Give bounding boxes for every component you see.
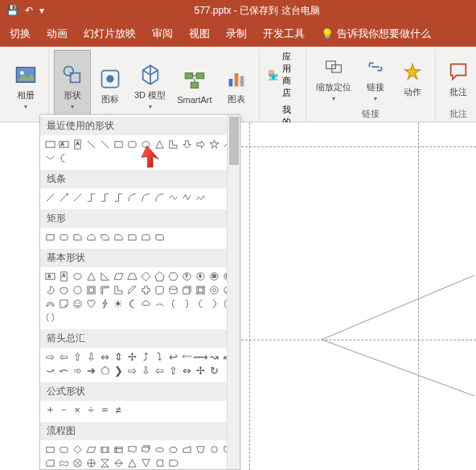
shape-arrow-la-callout[interactable]: ⇦: [153, 364, 166, 377]
album-button[interactable]: 相册 ▾: [8, 50, 43, 122]
shape-multiply[interactable]: ×: [71, 403, 84, 416]
shape-arrow-ra-callout[interactable]: ⇨: [125, 364, 138, 377]
shape-bracket-r[interactable]: [180, 297, 193, 310]
shape-snip-diag[interactable]: [98, 230, 111, 243]
shape-braces[interactable]: [43, 311, 56, 324]
shape-triangle[interactable]: [84, 270, 97, 282]
shape-divide[interactable]: ÷: [84, 403, 97, 416]
shape-freeform[interactable]: [166, 191, 179, 204]
comment-button[interactable]: 批注: [441, 50, 476, 106]
shape-arc[interactable]: [153, 297, 166, 310]
shape-collate[interactable]: [98, 456, 111, 469]
shape-elbow-arrow[interactable]: [98, 191, 111, 204]
shape-textbox[interactable]: A: [57, 138, 70, 150]
shape-arrow-right[interactable]: [194, 138, 207, 150]
shape-arrow-curved-u[interactable]: ⤻: [43, 364, 56, 377]
shape-donut[interactable]: [207, 283, 220, 296]
shape-line-double-arrow[interactable]: [71, 191, 84, 204]
shape-sort[interactable]: [112, 456, 125, 469]
shape-arrow-curved-r[interactable]: ↝: [207, 350, 220, 363]
shape-arrow-circular[interactable]: ↻: [207, 364, 220, 377]
shape-arrow-ua-callout[interactable]: ⇧: [166, 364, 179, 377]
shape-extract[interactable]: [125, 456, 138, 469]
shape-hexagon[interactable]: [166, 270, 179, 282]
shape-arrow-notch[interactable]: ➔: [84, 364, 97, 377]
shape-round-2[interactable]: [139, 230, 152, 243]
shape-l[interactable]: [166, 138, 179, 150]
tab-record[interactable]: 录制: [226, 27, 247, 41]
shape-octagon[interactable]: 8: [194, 270, 207, 282]
shape-cube[interactable]: [180, 283, 193, 296]
shape-line[interactable]: [43, 191, 56, 204]
shape-stored[interactable]: [153, 456, 166, 469]
tab-view[interactable]: 视图: [189, 27, 210, 41]
shape-data[interactable]: [84, 443, 97, 456]
shape-summing[interactable]: [71, 456, 84, 469]
shape-line-arrow[interactable]: [57, 191, 70, 204]
tab-developer[interactable]: 开发工具: [263, 27, 305, 41]
shape-snip-1[interactable]: [71, 230, 84, 243]
shape-snip-round[interactable]: [112, 230, 125, 243]
shape-arrow-da-callout[interactable]: ⇩: [139, 364, 152, 377]
shape-line2[interactable]: [98, 138, 111, 150]
shape-curve2[interactable]: [43, 151, 56, 164]
shape-equal[interactable]: ＝: [98, 403, 111, 416]
shape-line[interactable]: [84, 138, 97, 150]
shape-half-frame[interactable]: [98, 283, 111, 296]
shape-frame[interactable]: [84, 283, 97, 296]
action-button[interactable]: 动作: [395, 50, 430, 106]
shape-moon[interactable]: [125, 297, 138, 310]
shape-arrow-quad[interactable]: ✢: [125, 350, 138, 363]
shape-rectangle[interactable]: [43, 138, 56, 150]
shape-arrow-curved-d[interactable]: ⤺: [57, 364, 70, 377]
shape-right-triangle[interactable]: [98, 270, 111, 282]
shape-arrow-down[interactable]: ⇩: [84, 350, 97, 363]
shape-bevel[interactable]: [194, 283, 207, 296]
shape-arrow-lr[interactable]: ⇔: [98, 350, 111, 363]
shape-arrow-left[interactable]: ⇦: [57, 350, 70, 363]
shape-card[interactable]: [43, 456, 56, 469]
shape-plaque[interactable]: [153, 283, 166, 296]
shape-brace[interactable]: [57, 151, 70, 164]
shape-tape[interactable]: [57, 456, 70, 469]
shape-arrow-stripe[interactable]: ➾: [71, 364, 84, 377]
shape-sun[interactable]: ☀: [112, 297, 125, 310]
shape-textbox-v[interactable]: A: [57, 270, 70, 282]
shape-internal[interactable]: [112, 443, 125, 456]
shape-trapezoid[interactable]: [125, 270, 138, 282]
shape-arrow-la[interactable]: ⬳: [180, 350, 193, 363]
tab-animation[interactable]: 动画: [47, 27, 68, 41]
shape-process[interactable]: [43, 443, 56, 456]
shape-merge[interactable]: [139, 456, 152, 469]
shape-arrow-lra-callout[interactable]: ⇔: [180, 364, 193, 377]
shape-arrow-chevron[interactable]: ❯: [112, 364, 125, 377]
shape-multidoc[interactable]: [139, 443, 152, 456]
shape-rounded-rect[interactable]: [125, 138, 138, 150]
shape-minus[interactable]: －: [57, 403, 70, 416]
shape-arrow-bent[interactable]: ⤵: [153, 350, 166, 363]
shape-decision[interactable]: [71, 443, 84, 456]
shape-curve-conn[interactable]: [125, 191, 138, 204]
shape-round-1[interactable]: [125, 230, 138, 243]
shape-curve-arrow[interactable]: [139, 191, 152, 204]
tab-review[interactable]: 审阅: [152, 27, 173, 41]
tab-slideshow[interactable]: 幻灯片放映: [84, 27, 136, 41]
shape-pie[interactable]: [43, 283, 56, 296]
shape-diamond[interactable]: [139, 270, 152, 282]
shape-rounded-rect[interactable]: [57, 230, 70, 243]
shape-document[interactable]: [125, 443, 138, 456]
shape-arrow-uturn[interactable]: ↩: [166, 350, 179, 363]
shape-bracket-l[interactable]: [166, 297, 179, 310]
shape-predefined[interactable]: [98, 443, 111, 456]
shape-terminator[interactable]: [153, 443, 166, 456]
shape-brace-r[interactable]: [207, 297, 220, 310]
shape-curve-double[interactable]: [153, 191, 166, 204]
shape-arrow-lur[interactable]: ⤴: [139, 350, 152, 363]
shape-textbox-v[interactable]: A: [71, 138, 84, 150]
shape-elbow-double[interactable]: [112, 191, 125, 204]
store-button[interactable]: 🏪 应用商店: [265, 50, 301, 100]
shape-arrow-ud[interactable]: ⇕: [112, 350, 125, 363]
shape-parallelogram[interactable]: [112, 270, 125, 282]
shape-snip-2[interactable]: [84, 230, 97, 243]
shape-oval[interactable]: [71, 270, 84, 282]
